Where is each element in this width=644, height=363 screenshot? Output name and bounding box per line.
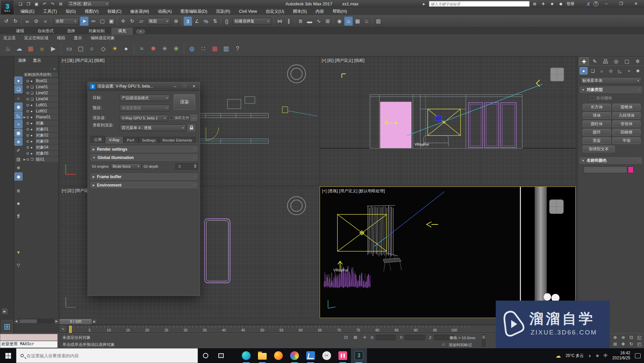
subcategory-dropdown[interactable]: 标准基本体 ▼ <box>580 77 641 84</box>
search-flyout-icon[interactable]: ▸ <box>420 1 428 6</box>
ime-indicator[interactable]: 中 <box>604 353 608 359</box>
sphere-blue-icon[interactable]: ◍ <box>187 43 197 55</box>
render-setup-icon[interactable]: ♨ <box>344 16 353 26</box>
rendered-window-icon[interactable]: ▦ <box>25 43 36 55</box>
ribbon-tab-0[interactable]: 建模 <box>9 28 31 35</box>
scatter-icon[interactable]: ✳ <box>160 43 170 55</box>
ribbon-tab-1[interactable]: 自由形式 <box>31 28 60 35</box>
ribbon-help-icon[interactable]: ? <box>232 43 243 55</box>
orbit-icon[interactable]: ↻ <box>627 341 635 348</box>
viewport-front[interactable]: [+] [前] [用户定义] [线框] <box>320 56 576 185</box>
tab-utilities[interactable]: ✲ <box>633 57 643 65</box>
object-button-8[interactable]: 茶壶 <box>583 137 611 144</box>
menu-item-2[interactable]: 组(G) <box>61 8 80 15</box>
spinner-down-icon[interactable] <box>194 166 197 168</box>
circle-tool-icon[interactable]: ○ <box>87 43 97 55</box>
gi-engine-dropdown[interactable]: Brute force▼ <box>111 163 142 169</box>
dialog-minimize-icon[interactable]: ─ <box>171 85 179 89</box>
notification-center-icon[interactable] <box>635 353 641 358</box>
new-file-icon[interactable]: ❏ <box>17 1 24 7</box>
menu-item-0[interactable]: 编辑(E) <box>16 8 39 15</box>
align-icon[interactable]: ∥ <box>284 16 293 26</box>
y-coord-field[interactable] <box>405 335 425 340</box>
spinner-up-icon[interactable] <box>194 164 197 166</box>
object-name[interactable]: Line04 <box>35 96 58 102</box>
ribbon-toggle-icon[interactable]: ▬ <box>305 16 314 26</box>
curtain-strokes[interactable] <box>368 206 393 256</box>
explorer-row-对象04[interactable]: ⊙●对象04 <box>23 144 58 150</box>
clock[interactable]: 16:42 2021/6/25 <box>612 351 630 361</box>
taskbar-3dsmax-icon[interactable]: 3 <box>351 348 367 363</box>
object-button-1[interactable]: 圆锥体 <box>612 104 641 110</box>
object-button-2[interactable]: 球体 <box>583 112 611 119</box>
object-name[interactable]: 对象02 <box>35 133 58 138</box>
pan-icon[interactable]: ✥ <box>619 341 627 348</box>
favorites-star-icon[interactable]: ★ <box>548 1 556 6</box>
cloud-icon[interactable]: ☁ <box>14 43 24 55</box>
viewcube[interactable] <box>549 200 564 214</box>
dialog-tab-3[interactable]: Settings <box>139 137 159 143</box>
plant-icon[interactable]: ❀ <box>171 43 181 55</box>
dialog-maximize-icon[interactable]: ❐ <box>181 84 188 89</box>
explorer-row-Loft02[interactable]: ⊙●Loft02 <box>23 108 58 114</box>
object-name-input[interactable] <box>584 166 627 173</box>
current-frame-marker[interactable] <box>69 326 72 333</box>
material-editor-icon[interactable]: ◉ <box>335 16 344 26</box>
hidden-icons-caret[interactable]: ∧ <box>588 354 591 358</box>
rendered-frame-window-icon[interactable]: ▦ <box>353 16 362 26</box>
help-icon[interactable]: ? <box>593 1 598 6</box>
object-name[interactable]: 对象 <box>35 120 58 126</box>
render-iterative-icon[interactable]: ▥ <box>374 16 383 26</box>
selection-filter-dropdown[interactable]: 全部▼ <box>54 18 78 25</box>
weather-icon[interactable]: ☁ <box>555 353 561 359</box>
spinner-snap-icon[interactable]: ⇅ <box>211 16 219 26</box>
zoom-all-icon[interactable]: ⊛ <box>619 334 627 341</box>
percent-snap-icon[interactable]: % <box>202 16 210 26</box>
sun-icon[interactable]: ☀ <box>110 43 120 55</box>
visibility-eye-icon[interactable]: ⊙ <box>26 91 31 95</box>
select-and-scale-icon[interactable]: ▱ <box>137 16 146 26</box>
unlink-selection-icon[interactable]: ⊘ <box>32 16 41 26</box>
zoom-extents-icon[interactable]: ⊡ <box>627 334 635 341</box>
use-pivot-center-icon[interactable]: ⊕ <box>172 16 180 26</box>
projector-icon[interactable]: ▶ <box>48 43 58 55</box>
object-color-swatch[interactable] <box>628 166 634 173</box>
object-button-0[interactable]: 长方体 <box>583 104 611 110</box>
ribbon-panel-label-4[interactable]: 编辑选定对象 <box>91 35 115 41</box>
explorer-row-对象[interactable]: ⊙●对象 <box>23 120 58 126</box>
close-button[interactable]: ✕ <box>629 1 643 7</box>
curve-editor-icon[interactable]: ∿ <box>314 16 323 26</box>
visibility-eye-icon[interactable]: ⊙ <box>26 103 31 107</box>
next-frame-icon[interactable]: ▶ <box>93 319 96 324</box>
select-and-rotate-icon[interactable]: ↻ <box>128 16 137 26</box>
weather-text[interactable]: 25°C 多云 <box>566 353 584 359</box>
schematic-view-icon[interactable]: ⊞ <box>323 16 332 26</box>
menu-item-11[interactable]: 脚本(S) <box>288 8 311 15</box>
view-to-render-dropdown[interactable]: 四元菜单 4 - 透视▼ <box>120 124 186 131</box>
viewport-top-label[interactable]: [+] [顶] [用户定义] [线框] <box>62 58 105 63</box>
select-and-link-icon[interactable]: ∞ <box>23 16 32 26</box>
target-dropdown[interactable]: 产品级渲染模式▼ <box>120 95 170 101</box>
populate-teapot-icon[interactable]: ♨ <box>3 43 13 55</box>
filter-bone-icon[interactable]: ✐ <box>14 146 22 154</box>
edit-named-selection-sets-icon[interactable]: {} <box>222 16 231 26</box>
layer-grid-icon[interactable]: ⊞ <box>1 320 13 333</box>
chair-object-blue[interactable] <box>435 116 442 121</box>
category-geometry[interactable]: ● <box>580 67 588 74</box>
search-binoculars-icon[interactable]: ⊚ <box>531 1 538 6</box>
taskbar-explorer-icon[interactable] <box>254 348 270 363</box>
viewport-perspective-label[interactable]: [+] [透视] [用户定义] [默认明暗处理] <box>322 188 385 194</box>
save-file-checkbox[interactable] <box>169 116 173 120</box>
menu-item-4[interactable]: 创建(C) <box>103 8 126 15</box>
explorer-row-Line01[interactable]: ⊙❏Line01 <box>23 84 58 90</box>
rectangular-selection-region-icon[interactable]: ▢ <box>98 16 107 26</box>
absolute-mode-icon[interactable]: ✛ <box>363 335 367 340</box>
menu-item-5[interactable]: 修改器(M) <box>126 8 153 15</box>
object-name[interactable]: Line01 <box>35 84 58 90</box>
taskbar-media-icon[interactable]: ✂ <box>319 348 335 363</box>
autogrid-checkbox[interactable] <box>590 96 594 100</box>
reference-coordinate-dropdown[interactable]: 视图▼ <box>147 18 170 25</box>
visibility-eye-icon[interactable]: ⊙ <box>26 121 31 125</box>
taskbar-search-box[interactable] <box>16 348 198 363</box>
ribbon-tab-2[interactable]: 选择 <box>60 28 82 35</box>
